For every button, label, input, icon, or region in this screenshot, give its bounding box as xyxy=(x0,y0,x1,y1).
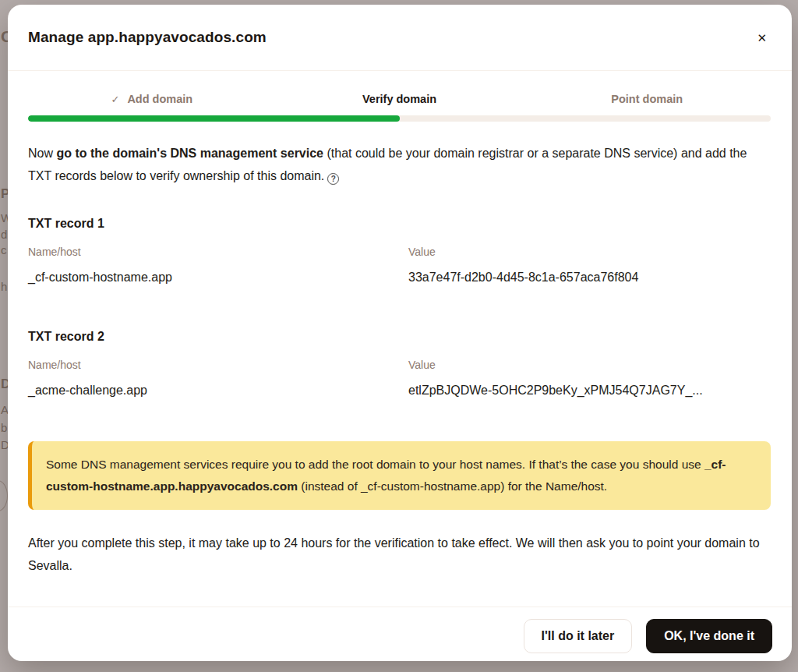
step-point-domain[interactable]: Point domain xyxy=(523,93,771,105)
value-value: 33a7e47f-d2b0-4d45-8c1a-657aca76f804 xyxy=(408,271,771,285)
check-icon: ✓ xyxy=(111,94,119,105)
note-pre: Some DNS management services require you… xyxy=(46,458,704,471)
record-heading: TXT record 1 xyxy=(28,217,771,231)
txt-record-2: TXT record 2 Name/host Value _acme-chall… xyxy=(28,285,771,398)
outro-post: . xyxy=(69,559,72,572)
instructions-text: Now go to the domain's DNS management se… xyxy=(28,142,771,187)
step-label: Verify domain xyxy=(362,93,436,105)
backdrop-circle-fragment xyxy=(0,480,8,511)
dialog-title: Manage app.happyavocados.com xyxy=(28,29,267,46)
name-host-value: _cf-custom-hostname.app xyxy=(28,271,408,285)
backdrop-text-fragment: b xyxy=(1,422,7,433)
close-button[interactable]: ✕ xyxy=(752,27,772,48)
record-values-row: _acme-challenge.app etlZpBJQDWe-5OHC2P9b… xyxy=(28,384,771,398)
dialog-body: ✓ Add domain Verify domain Point domain … xyxy=(8,71,792,607)
dialog-footer: I'll do it later OK, I've done it xyxy=(8,607,792,661)
dialog-header: Manage app.happyavocados.com ✕ xyxy=(8,5,792,71)
step-verify-domain[interactable]: Verify domain xyxy=(276,93,524,105)
do-it-later-button[interactable]: I'll do it later xyxy=(524,619,633,653)
close-icon: ✕ xyxy=(757,31,767,44)
manage-domain-dialog: Manage app.happyavocados.com ✕ ✓ Add dom… xyxy=(8,5,792,661)
instructions-bold: go to the domain's DNS management servic… xyxy=(56,147,323,160)
value-value: etlZpBJQDWe-5OHC2P9beKy_xPMJ54Q7JAG7Y_..… xyxy=(408,384,771,398)
record-heading: TXT record 2 xyxy=(28,330,771,344)
name-host-label: Name/host xyxy=(28,246,408,258)
help-icon[interactable]: ? xyxy=(327,173,339,185)
verification-time-text: After you complete this step, it may tak… xyxy=(28,532,771,577)
record-labels-row: Name/host Value xyxy=(28,359,771,371)
backdrop-text-fragment: h xyxy=(1,281,7,292)
value-label: Value xyxy=(408,246,771,258)
record-values-row: _cf-custom-hostname.app 33a7e47f-d2b0-4d… xyxy=(28,271,771,285)
step-label: Point domain xyxy=(611,93,683,105)
name-host-label: Name/host xyxy=(28,359,408,371)
backdrop-text-fragment: c xyxy=(1,244,7,256)
domain-setup-stepper: ✓ Add domain Verify domain Point domain xyxy=(28,93,771,105)
outro-pre: After you complete this step, it may tak… xyxy=(28,536,760,550)
txt-record-1: TXT record 1 Name/host Value _cf-custom-… xyxy=(28,187,771,285)
value-label: Value xyxy=(408,359,771,371)
note-post: (instead of _cf-custom-hostname.app) for… xyxy=(298,479,607,493)
backdrop-text-fragment: d xyxy=(1,228,7,240)
sevalla-text: Sevalla xyxy=(28,559,69,572)
record-labels-row: Name/host Value xyxy=(28,246,771,258)
ok-done-button[interactable]: OK, I've done it xyxy=(646,619,772,653)
instructions-pre: Now xyxy=(28,147,56,160)
progress-bar xyxy=(28,115,771,122)
name-host-value: _acme-challenge.app xyxy=(28,384,408,398)
step-label: Add domain xyxy=(127,93,192,105)
dns-root-domain-note: Some DNS management services require you… xyxy=(28,441,771,510)
step-add-domain[interactable]: ✓ Add domain xyxy=(28,93,276,105)
progress-bar-fill xyxy=(28,115,400,122)
